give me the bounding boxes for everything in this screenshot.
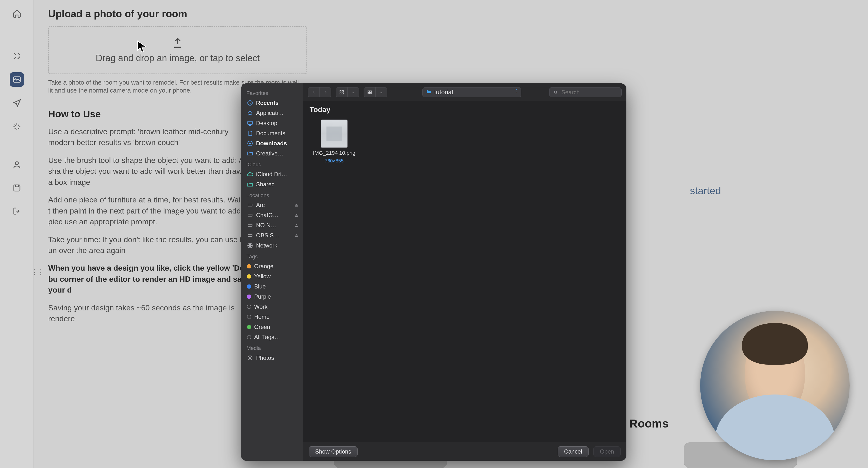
eject-icon[interactable]: ⏏ xyxy=(294,223,299,228)
sparkle-icon[interactable] xyxy=(10,120,24,134)
path-label: tutorial xyxy=(434,89,453,96)
chevron-updown-icon: ˄˅ xyxy=(516,90,518,94)
forward-button[interactable] xyxy=(319,88,331,97)
search-field[interactable] xyxy=(549,87,622,97)
home-icon[interactable] xyxy=(10,6,24,21)
sidebar-item-non[interactable]: NO N… ⏏ xyxy=(245,220,300,230)
tag-dot-icon xyxy=(247,285,251,289)
desktop-icon xyxy=(247,120,253,126)
sidebar-item-shared[interactable]: Shared xyxy=(245,179,300,190)
clock-icon xyxy=(247,100,253,106)
date-group-heading: Today xyxy=(310,106,620,114)
file-item[interactable]: IMG_2194 10.png 760×855 xyxy=(310,120,359,164)
sidebar-item-creative[interactable]: Creative… xyxy=(245,148,300,159)
svg-rect-20 xyxy=(370,92,371,94)
webcam-pip xyxy=(700,311,850,460)
sidebar-tag-yellow[interactable]: Yellow xyxy=(245,271,300,281)
download-icon xyxy=(247,140,253,146)
upload-dropzone[interactable]: Drag and drop an image, or tap to select xyxy=(48,26,307,74)
finder-toolbar: tutorial ˄˅ xyxy=(303,83,626,101)
svg-rect-4 xyxy=(248,121,252,124)
dialog-footer: Show Options Cancel Open xyxy=(303,442,626,461)
sidebar-item-photos[interactable]: Photos xyxy=(245,353,300,363)
sidebar-item-recents[interactable]: Recents xyxy=(245,98,300,108)
howto-step: Take your time: If you don't like the re… xyxy=(48,234,255,256)
sidebar-item-icloud-drive[interactable]: iCloud Dri… xyxy=(245,169,300,179)
howto-step: Use the brush tool to shape the object y… xyxy=(48,155,255,188)
sidebar-item-desktop[interactable]: Desktop xyxy=(245,118,300,128)
svg-point-12 xyxy=(249,357,251,359)
cancel-button[interactable]: Cancel xyxy=(558,446,589,457)
svg-point-1 xyxy=(15,162,18,165)
app-rail xyxy=(0,0,34,468)
sidebar-item-chatg[interactable]: ChatG… ⏏ xyxy=(245,210,300,220)
user-icon[interactable] xyxy=(10,158,24,172)
file-open-dialog: Favorites Recents Applicati… Desktop Doc… xyxy=(241,83,626,461)
group-button[interactable] xyxy=(364,88,375,97)
eject-icon[interactable]: ⏏ xyxy=(294,202,299,208)
svg-rect-13 xyxy=(340,90,341,92)
open-button[interactable]: Open xyxy=(593,446,621,457)
search-input[interactable] xyxy=(561,89,618,96)
eject-icon[interactable]: ⏏ xyxy=(294,212,299,218)
sidebar-tag-orange[interactable]: Orange xyxy=(245,261,300,271)
file-name: IMG_2194 10.png xyxy=(313,150,355,156)
sidebar-tag-purple[interactable]: Purple xyxy=(245,292,300,302)
apps-icon xyxy=(247,110,253,116)
svg-rect-8 xyxy=(248,224,252,227)
sidebar-item-network[interactable]: Network xyxy=(245,240,300,250)
folder-icon xyxy=(426,89,432,96)
svg-rect-15 xyxy=(340,93,341,94)
svg-rect-2 xyxy=(14,185,20,191)
tag-dot-icon xyxy=(247,264,251,268)
upload-label: Drag and drop an image, or tap to select xyxy=(96,53,260,63)
sidebar-item-downloads[interactable]: Downloads xyxy=(245,138,300,148)
svg-rect-17 xyxy=(368,91,369,92)
sidebar-item-obss[interactable]: OBS S… ⏏ xyxy=(245,230,300,240)
nav-segment xyxy=(308,87,331,97)
save-icon[interactable] xyxy=(10,181,24,195)
svg-rect-7 xyxy=(248,214,252,216)
view-segment xyxy=(336,87,359,97)
folder-icon xyxy=(247,151,253,157)
tools-icon[interactable] xyxy=(10,49,24,63)
sidebar-tag-home[interactable]: Home xyxy=(245,312,300,322)
file-thumbnail xyxy=(321,120,348,148)
back-button[interactable] xyxy=(308,88,319,97)
disk-icon xyxy=(247,212,253,218)
sidebar-heading-tags: Tags xyxy=(246,254,300,260)
group-segment xyxy=(364,87,387,97)
tag-dot-icon xyxy=(247,295,251,299)
upload-icon xyxy=(172,37,184,49)
page-title: Upload a photo of your room xyxy=(48,8,338,20)
send-icon[interactable] xyxy=(10,96,24,110)
sidebar-tag-all[interactable]: All Tags… xyxy=(245,332,300,342)
photos-icon xyxy=(247,355,253,361)
svg-rect-14 xyxy=(342,90,344,92)
view-dropdown-button[interactable] xyxy=(347,88,359,97)
cloud-icon xyxy=(247,171,253,177)
group-dropdown-button[interactable] xyxy=(375,88,387,97)
network-icon xyxy=(247,242,253,249)
tag-dot-icon xyxy=(247,335,251,339)
disk-icon xyxy=(247,202,253,208)
svg-rect-16 xyxy=(342,93,344,94)
show-options-button[interactable]: Show Options xyxy=(309,446,358,457)
eject-icon[interactable]: ⏏ xyxy=(294,233,299,238)
sidebar-tag-green[interactable]: Green xyxy=(245,322,300,332)
sidebar-item-applications[interactable]: Applicati… xyxy=(245,108,300,118)
sidebar-tag-blue[interactable]: Blue xyxy=(245,281,300,292)
icon-view-button[interactable] xyxy=(336,88,347,97)
tag-dot-icon xyxy=(247,325,251,329)
path-popup[interactable]: tutorial ˄˅ xyxy=(423,87,521,97)
document-icon xyxy=(247,130,253,136)
sidebar-item-documents[interactable]: Documents xyxy=(245,128,300,138)
cursor-icon xyxy=(136,40,147,54)
sidebar-tag-work[interactable]: Work xyxy=(245,302,300,312)
sidebar-heading-favorites: Favorites xyxy=(246,90,300,96)
gallery-icon[interactable] xyxy=(10,72,24,87)
logout-icon[interactable] xyxy=(10,204,24,218)
sidebar-item-arc[interactable]: Arc ⏏ xyxy=(245,200,300,210)
tag-dot-icon xyxy=(247,305,251,309)
sidebar-heading-media: Media xyxy=(246,345,300,352)
